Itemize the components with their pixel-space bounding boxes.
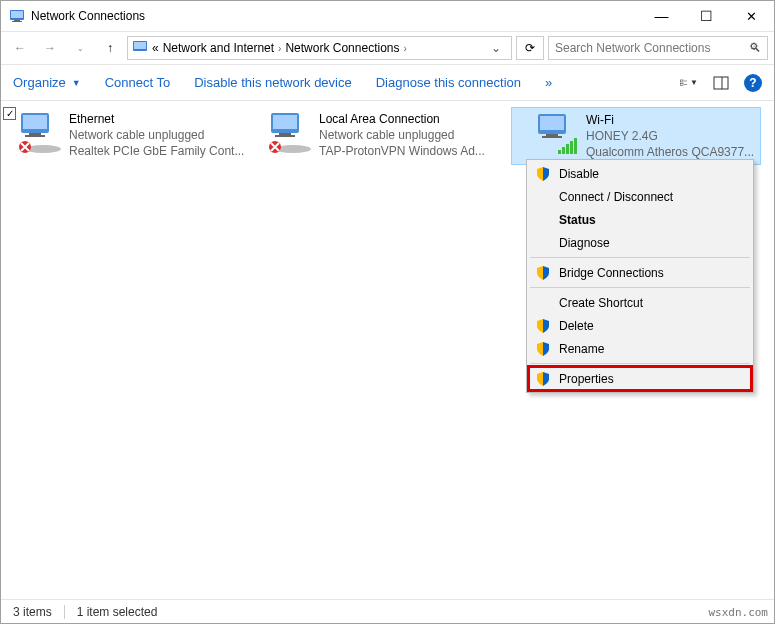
ctx-diagnose[interactable]: Diagnose (529, 231, 751, 254)
separator (530, 287, 750, 288)
connection-name: Ethernet (69, 111, 244, 127)
chevron-right-icon: › (404, 43, 407, 54)
svg-rect-21 (275, 135, 295, 137)
ctx-rename[interactable]: Rename (529, 337, 751, 360)
divider (64, 605, 65, 619)
svg-rect-6 (681, 79, 684, 81)
svg-rect-31 (570, 141, 573, 154)
close-button[interactable]: ✕ (729, 1, 774, 31)
connection-name: Local Area Connection (319, 111, 485, 127)
svg-rect-14 (29, 133, 41, 135)
context-menu: Disable Connect / Disconnect Status Diag… (526, 159, 754, 393)
connection-item-wifi[interactable]: ✓ Wi-Fi HONEY 2.4G Qualcomm Atheros QCA9… (511, 107, 761, 165)
svg-rect-2 (14, 20, 20, 21)
connect-to-button[interactable]: Connect To (105, 75, 171, 90)
help-icon[interactable]: ? (744, 74, 762, 92)
ethernet-icon (15, 111, 63, 161)
address-dropdown-icon[interactable]: ⌄ (485, 41, 507, 55)
svg-rect-28 (558, 150, 561, 154)
ctx-bridge[interactable]: Bridge Connections (529, 261, 751, 284)
search-input[interactable]: Search Network Connections 🔍︎ (548, 36, 768, 60)
ctx-delete[interactable]: Delete (529, 314, 751, 337)
svg-rect-29 (562, 147, 565, 154)
connection-item-lan[interactable]: Local Area Connection Network cable unpl… (261, 107, 511, 165)
ctx-properties[interactable]: Properties (529, 367, 751, 390)
svg-rect-10 (714, 77, 728, 89)
app-icon (9, 8, 25, 24)
search-placeholder: Search Network Connections (555, 41, 710, 55)
search-icon: 🔍︎ (749, 41, 761, 55)
breadcrumb-item[interactable]: Network Connections (285, 41, 399, 55)
overflow-button[interactable]: » (545, 75, 552, 90)
address-bar: ← → ⌄ ↑ « Network and Internet › Network… (1, 31, 774, 65)
item-count: 3 items (13, 605, 52, 619)
connection-status: Network cable unplugged (69, 127, 244, 143)
svg-rect-27 (542, 136, 562, 138)
ctx-connect[interactable]: Connect / Disconnect (529, 185, 751, 208)
svg-rect-7 (681, 83, 684, 85)
svg-rect-30 (566, 144, 569, 154)
svg-rect-15 (25, 135, 45, 137)
separator (530, 257, 750, 258)
svg-rect-1 (11, 11, 23, 18)
shield-icon (535, 265, 551, 281)
connection-status: Network cable unplugged (319, 127, 485, 143)
svg-rect-5 (134, 42, 146, 49)
breadcrumb-back[interactable]: « (152, 41, 159, 55)
minimize-button[interactable]: — (639, 1, 684, 31)
preview-pane-icon[interactable] (712, 74, 730, 92)
shield-icon (535, 318, 551, 334)
shield-icon (535, 371, 551, 387)
address-icon (132, 39, 148, 58)
back-button[interactable]: ← (7, 35, 33, 61)
svg-rect-20 (279, 133, 291, 135)
command-bar: Organize▼ Connect To Disable this networ… (1, 65, 774, 101)
view-options-icon[interactable]: ▼ (680, 74, 698, 92)
connection-adapter: Qualcomm Atheros QCA9377... (586, 144, 754, 160)
chevron-right-icon: › (278, 43, 281, 54)
watermark: wsxdn.com (708, 606, 768, 619)
svg-rect-19 (273, 115, 297, 129)
svg-rect-3 (12, 21, 22, 22)
status-bar: 3 items 1 item selected (1, 599, 774, 623)
connection-adapter: Realtek PCIe GbE Family Cont... (69, 143, 244, 159)
selection-checkbox[interactable]: ✓ (3, 107, 16, 120)
connection-name: Wi-Fi (586, 112, 754, 128)
ctx-disable[interactable]: Disable (529, 162, 751, 185)
connection-status: HONEY 2.4G (586, 128, 754, 144)
wifi-icon (532, 112, 580, 160)
breadcrumb-item[interactable]: Network and Internet (163, 41, 274, 55)
up-button[interactable]: ↑ (97, 35, 123, 61)
shield-icon (535, 166, 551, 182)
shield-icon (535, 341, 551, 357)
connection-item-ethernet[interactable]: Ethernet Network cable unplugged Realtek… (11, 107, 261, 165)
chevron-down-icon: ▼ (72, 78, 81, 88)
ctx-status[interactable]: Status (529, 208, 751, 231)
refresh-button[interactable]: ⟳ (516, 36, 544, 60)
svg-rect-25 (540, 116, 564, 130)
recent-dropdown[interactable]: ⌄ (67, 35, 93, 61)
svg-rect-26 (546, 134, 558, 136)
maximize-button[interactable]: ☐ (684, 1, 729, 31)
forward-button[interactable]: → (37, 35, 63, 61)
separator (530, 363, 750, 364)
organize-menu[interactable]: Organize▼ (13, 75, 81, 90)
lan-icon (265, 111, 313, 161)
svg-rect-32 (574, 138, 577, 154)
window-title: Network Connections (31, 9, 145, 23)
diagnose-button[interactable]: Diagnose this connection (376, 75, 521, 90)
svg-rect-13 (23, 115, 47, 129)
titlebar: Network Connections — ☐ ✕ (1, 1, 774, 31)
address-box[interactable]: « Network and Internet › Network Connect… (127, 36, 512, 60)
disable-device-button[interactable]: Disable this network device (194, 75, 352, 90)
ctx-shortcut[interactable]: Create Shortcut (529, 291, 751, 314)
selection-count: 1 item selected (77, 605, 158, 619)
connection-adapter: TAP-ProtonVPN Windows Ad... (319, 143, 485, 159)
